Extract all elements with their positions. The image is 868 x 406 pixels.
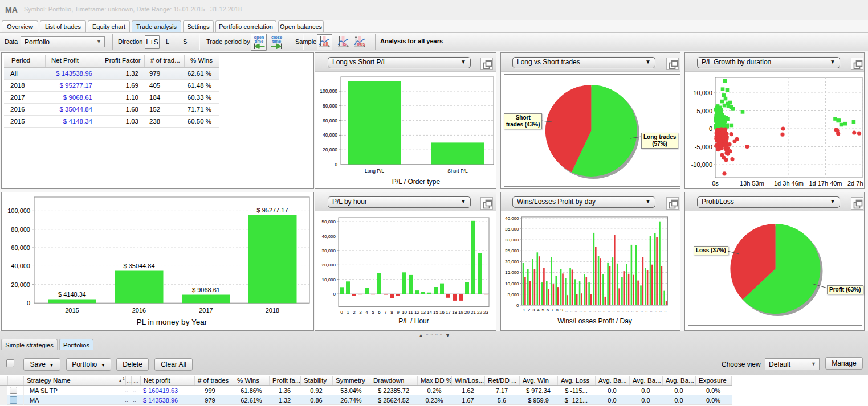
svg-text:20,000: 20,000 bbox=[505, 259, 519, 264]
svg-text:..: .. bbox=[565, 308, 568, 313]
svg-text:20,000: 20,000 bbox=[323, 147, 337, 153]
svg-text:10,000: 10,000 bbox=[505, 281, 519, 286]
svg-text:..: .. bbox=[570, 308, 572, 313]
svg-text:..: .. bbox=[617, 308, 620, 313]
svg-text:$ 4148.34: $ 4148.34 bbox=[58, 291, 86, 298]
svg-text:..: .. bbox=[645, 308, 647, 313]
svg-text:13h 53m: 13h 53m bbox=[740, 180, 764, 187]
svg-text:1: 1 bbox=[347, 310, 349, 315]
svg-text:0: 0 bbox=[709, 125, 712, 132]
svg-text:5: 5 bbox=[541, 307, 544, 313]
svg-text:5,000: 5,000 bbox=[696, 108, 712, 114]
svg-text:0: 0 bbox=[340, 310, 343, 315]
svg-text:14: 14 bbox=[427, 310, 432, 315]
svg-text:..: .. bbox=[584, 308, 586, 313]
svg-text:50,000: 50,000 bbox=[322, 219, 336, 224]
svg-text:..: .. bbox=[574, 308, 577, 313]
svg-text:2: 2 bbox=[528, 307, 531, 313]
svg-text:10: 10 bbox=[402, 310, 407, 315]
svg-text:0: 0 bbox=[333, 292, 336, 297]
svg-text:8: 8 bbox=[556, 307, 559, 313]
svg-text:..: .. bbox=[626, 308, 629, 313]
svg-text:PL in money by Year: PL in money by Year bbox=[137, 318, 207, 326]
svg-text:80,000: 80,000 bbox=[11, 226, 30, 233]
svg-text:..: .. bbox=[589, 308, 591, 313]
svg-text:2017: 2017 bbox=[199, 307, 213, 314]
svg-text:40,000: 40,000 bbox=[11, 263, 30, 269]
svg-text:0s: 0s bbox=[712, 180, 719, 187]
svg-text:7: 7 bbox=[384, 310, 387, 315]
svg-text:-10,000: -10,000 bbox=[691, 161, 712, 168]
svg-text:1d 3h 46m: 1d 3h 46m bbox=[774, 180, 804, 187]
svg-text:$ 9068.61: $ 9068.61 bbox=[192, 286, 220, 293]
svg-text:time: time bbox=[255, 39, 263, 44]
svg-text:..: .. bbox=[631, 308, 633, 313]
svg-text:3: 3 bbox=[359, 310, 362, 315]
svg-text:Long P/L: Long P/L bbox=[365, 168, 384, 174]
svg-text:21: 21 bbox=[471, 310, 476, 315]
svg-text:P/L / Order type: P/L / Order type bbox=[392, 178, 441, 186]
svg-text:5,000: 5,000 bbox=[507, 292, 519, 297]
svg-text:0: 0 bbox=[27, 300, 30, 306]
svg-text:2d 7h 33m: 2d 7h 33m bbox=[847, 180, 865, 187]
svg-text:15,000: 15,000 bbox=[505, 270, 519, 275]
svg-text:..: .. bbox=[636, 308, 638, 313]
svg-text:..: .. bbox=[641, 308, 643, 313]
svg-text:40,000: 40,000 bbox=[323, 132, 337, 138]
svg-text:6: 6 bbox=[547, 307, 549, 313]
svg-text:20: 20 bbox=[464, 310, 470, 315]
svg-text:11: 11 bbox=[408, 310, 413, 315]
svg-text:10,000: 10,000 bbox=[693, 89, 712, 96]
svg-text:2018: 2018 bbox=[266, 307, 279, 314]
svg-text:..: .. bbox=[612, 308, 614, 313]
svg-text:9: 9 bbox=[560, 307, 563, 313]
svg-text:2016: 2016 bbox=[132, 307, 146, 314]
svg-text:oos: oos bbox=[357, 41, 365, 47]
svg-text:..: .. bbox=[655, 308, 657, 313]
svg-text:40,000: 40,000 bbox=[505, 216, 519, 221]
svg-text:4: 4 bbox=[537, 307, 540, 313]
svg-text:35,000: 35,000 bbox=[505, 227, 519, 232]
svg-text:20,000: 20,000 bbox=[11, 281, 30, 288]
svg-text:0: 0 bbox=[335, 162, 337, 167]
svg-text:18: 18 bbox=[452, 310, 457, 315]
svg-text:-5,000: -5,000 bbox=[695, 143, 712, 150]
svg-text:20,000: 20,000 bbox=[322, 263, 336, 268]
svg-text:1: 1 bbox=[523, 307, 525, 313]
svg-text:..: .. bbox=[664, 308, 666, 313]
svg-text:2: 2 bbox=[353, 310, 356, 315]
svg-text:8: 8 bbox=[390, 310, 393, 315]
svg-text:5: 5 bbox=[372, 310, 374, 315]
svg-text:4: 4 bbox=[365, 310, 368, 315]
svg-text:..: .. bbox=[608, 308, 610, 313]
svg-text:$ 35044.84: $ 35044.84 bbox=[123, 263, 154, 269]
svg-text:17: 17 bbox=[446, 310, 451, 315]
svg-text:40,000: 40,000 bbox=[322, 234, 336, 239]
svg-text:is: is bbox=[343, 41, 347, 47]
svg-text:60,000: 60,000 bbox=[323, 118, 337, 124]
svg-text:Short P/L: Short P/L bbox=[447, 168, 468, 174]
svg-text:time: time bbox=[272, 39, 281, 44]
svg-text:..: .. bbox=[650, 308, 652, 313]
svg-text:15: 15 bbox=[433, 310, 438, 315]
svg-text:all: all bbox=[323, 41, 328, 47]
svg-text:16: 16 bbox=[439, 310, 445, 315]
svg-text:..: .. bbox=[598, 308, 601, 313]
svg-text:30,000: 30,000 bbox=[505, 237, 519, 243]
svg-text:60,000: 60,000 bbox=[11, 244, 30, 251]
svg-text:..: .. bbox=[579, 308, 581, 313]
svg-text:6: 6 bbox=[378, 310, 381, 315]
svg-text:..: .. bbox=[603, 308, 605, 313]
svg-text:80,000: 80,000 bbox=[323, 103, 337, 109]
svg-text:10,000: 10,000 bbox=[322, 277, 336, 282]
svg-text:$ 95277.17: $ 95277.17 bbox=[256, 207, 288, 214]
svg-text:23: 23 bbox=[483, 310, 488, 315]
svg-text:..: .. bbox=[622, 308, 624, 313]
svg-text:12: 12 bbox=[414, 310, 419, 315]
svg-text:0: 0 bbox=[516, 303, 519, 308]
svg-text:Wins/Losses Profit / Day: Wins/Losses Profit / Day bbox=[557, 317, 632, 325]
svg-text:2015: 2015 bbox=[65, 307, 79, 314]
svg-text:1d 17h 40m: 1d 17h 40m bbox=[809, 180, 842, 187]
svg-text:25,000: 25,000 bbox=[505, 248, 519, 253]
svg-text:9: 9 bbox=[397, 310, 400, 315]
